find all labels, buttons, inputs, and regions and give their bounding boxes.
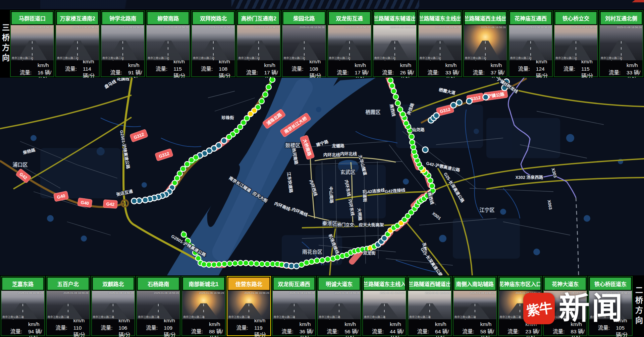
camera-cell[interactable]: 佳营东路北2025-01-06 16:56:26南京江南公路二站车速:69 km… bbox=[227, 276, 271, 336]
camera-label[interactable]: 佳营东路北 bbox=[228, 277, 270, 290]
camera-cell[interactable]: 五百户北2025-01-06 16:56:26南京江南公路二站车速:90 km/… bbox=[46, 276, 90, 336]
camera-cell[interactable]: 玉兰路隧道东主线出口2025-01-06 16:56:26南京江南公路二站车速:… bbox=[418, 10, 462, 77]
camera-label[interactable]: 南部新城北1 bbox=[183, 277, 224, 290]
camera-label[interactable]: 双拜岗路北 bbox=[193, 12, 234, 24]
camera-cell[interactable]: 柴园北路2025-01-06 16:56:26南京江南公路二站车速:91 km/… bbox=[282, 10, 326, 77]
camera-label[interactable]: 万家楼互通南2 bbox=[57, 12, 98, 24]
camera-label[interactable]: 高桥门互通南2 bbox=[238, 12, 279, 24]
camera-stats: 车速:73 km/h流量:88 辆/分钟 bbox=[182, 319, 225, 335]
camera-cell[interactable]: 钟学北路南2025-01-06 16:56:26南京江南公路二站车速:75 km… bbox=[101, 10, 145, 77]
camera-feed-image[interactable]: 2025-01-06 16:56:26南京江南公路二站 bbox=[282, 25, 325, 60]
camera-label[interactable]: 玉兰路隧道西主线出口 bbox=[465, 12, 506, 24]
camera-label[interactable]: 花神大道东 bbox=[544, 277, 586, 290]
camera-feed-image[interactable]: 2025-01-06 16:56:26南京江南公路二站 bbox=[273, 291, 316, 319]
camera-label[interactable]: 玉兰路隧道东辅道出口 bbox=[374, 12, 416, 24]
camera-cell[interactable]: 双麒路北2025-01-06 16:56:26南京江南公路二站车速:86 km/… bbox=[91, 276, 136, 336]
camera-feed-image[interactable]: 2025-01-06 16:56:26南京江南公路二站 bbox=[56, 25, 99, 60]
camera-stats: 车速:75 km/h流量:91 辆/分钟 bbox=[101, 60, 144, 76]
camera-feed-image[interactable]: 2025-01-06 16:56:26南京江南公路二站 bbox=[92, 291, 135, 319]
camera-label[interactable]: 双龙街互通 bbox=[329, 12, 370, 24]
camera-feed-image[interactable]: 2025-01-06 16:56:26南京江南公路二站 bbox=[147, 25, 190, 60]
flow-value: 119 辆/分钟 bbox=[248, 324, 270, 337]
camera-cell[interactable]: 玉兰路隧道西辅道出口2025-01-06 16:56:26南京江南公路二站车速:… bbox=[408, 276, 452, 336]
camera-osd-timestamp: 2025-01-06 16:56:26 bbox=[425, 291, 450, 294]
camera-osd-watermark: 南京江南公路二站 bbox=[238, 56, 260, 60]
camera-cell[interactable]: 双龙街互通西2025-01-06 16:56:26南京江南公路二站车速:99 k… bbox=[272, 276, 316, 336]
camera-label[interactable]: 五百户北 bbox=[47, 277, 89, 290]
flow-value: 83 辆/分钟 bbox=[565, 328, 587, 337]
camera-label[interactable]: 石杨路南 bbox=[138, 277, 179, 290]
camera-cell[interactable]: 马群匝道口2025-01-06 16:56:26南京江南公路二站车速:92 km… bbox=[10, 10, 54, 77]
camera-feed-image[interactable]: 2025-01-06 16:56:26南京江南公路二站 bbox=[1, 291, 44, 319]
flow-value: 44 辆/分钟 bbox=[384, 328, 406, 337]
camera-cell[interactable]: 高桥门互通南22025-01-06 16:56:26南京江南公路二站车速:81 … bbox=[236, 10, 281, 77]
camera-label[interactable]: 花神庙东市区入口 bbox=[499, 277, 541, 290]
camera-feed-image[interactable]: 2025-01-06 16:56:26南京江南公路二站 bbox=[47, 291, 90, 319]
camera-feed-image[interactable]: 2025-01-06 16:56:26南京江南公路二站 bbox=[453, 291, 496, 319]
svg-text:浦口区: 浦口区 bbox=[12, 162, 28, 167]
camera-feed-image[interactable]: 2025-01-06 16:56:26南京江南公路二站 bbox=[600, 25, 643, 60]
camera-feed-image[interactable]: 2025-01-06 16:56:26南京江南公路二站 bbox=[192, 25, 235, 60]
camera-feed-image[interactable]: 2025-01-06 16:56:26南京江南公路二站 bbox=[363, 291, 406, 319]
camera-cell[interactable]: 铁心桥立交2025-01-06 16:56:26南京江南公路二站车速:98 km… bbox=[554, 10, 598, 77]
svg-text:花旗线: 花旗线 bbox=[117, 78, 129, 81]
flow-row: 流量:83 辆/分钟 bbox=[544, 328, 587, 337]
flow-label: 流量: bbox=[1, 328, 22, 337]
camera-feed-image[interactable]: 2025-01-06 16:56:26南京江南公路二站 bbox=[509, 25, 552, 60]
camera-feed-image[interactable]: 2025-01-06 16:56:26南京江南公路二站 bbox=[227, 291, 270, 319]
camera-cell[interactable]: 南侧入南站辅路2025-01-06 16:56:26南京江南公路二站车速:89 … bbox=[453, 276, 497, 336]
traffic-map[interactable]: G312G312G312G312G40G40G42G42 浦珠北路南京长江大桥大… bbox=[0, 78, 644, 275]
camera-feed-image[interactable]: 2025-01-06 16:56:26南京江南公路二站 bbox=[373, 25, 416, 60]
svg-text:柴杨路: 柴杨路 bbox=[22, 147, 36, 155]
camera-feed-image[interactable]: 2025-01-06 16:56:26南京江南公路二站 bbox=[554, 25, 597, 60]
svg-text:燕西线: 燕西线 bbox=[389, 104, 396, 117]
camera-label[interactable]: 玉兰路隧道西辅道出口 bbox=[409, 277, 450, 290]
camera-label[interactable]: 钟学北路南 bbox=[102, 12, 144, 24]
camera-cell[interactable]: 南部新城北12025-01-06 16:56:26南京江南公路二站车速:73 k… bbox=[181, 276, 226, 336]
camera-osd-watermark: 南京江南公路二站 bbox=[364, 315, 385, 319]
camera-cell[interactable]: 玉兰路隧道西主线出口2025-01-06 16:56:26南京江南公路二站车速:… bbox=[463, 10, 507, 77]
camera-feed-image[interactable]: 2025-01-06 16:56:26南京江南公路二站 bbox=[11, 25, 54, 60]
camera-osd-timestamp: 2025-01-06 16:56:26 bbox=[380, 291, 405, 294]
camera-label[interactable]: 明诚大道东 bbox=[318, 277, 360, 290]
camera-feed-image[interactable]: 2025-01-06 16:56:26南京江南公路二站 bbox=[318, 291, 361, 319]
camera-label[interactable]: 柳营南路 bbox=[147, 12, 189, 24]
camera-label[interactable]: 柴园北路 bbox=[283, 12, 325, 24]
camera-cell[interactable]: 刘村互通北侧2025-01-06 16:56:26南京江南公路二站车速:86 k… bbox=[599, 10, 643, 77]
ziniu-news-logo: 紫牛 新闻 bbox=[523, 293, 625, 324]
camera-label[interactable]: 玉兰路隧道东主线出口 bbox=[419, 12, 461, 24]
camera-feed-image[interactable]: 2025-01-06 16:56:26南京江南公路二站 bbox=[408, 291, 451, 319]
camera-cell[interactable]: 花神庙互通西2025-01-06 16:56:26南京江南公路二站车速:85 k… bbox=[508, 10, 553, 77]
camera-osd-watermark: 南京江南公路二站 bbox=[274, 315, 295, 319]
camera-feed-image[interactable]: 2025-01-06 16:56:26南京江南公路二站 bbox=[182, 291, 225, 319]
flow-label: 流量: bbox=[499, 328, 520, 337]
camera-feed-image[interactable]: 2025-01-06 16:56:26南京江南公路二站 bbox=[137, 291, 180, 319]
camera-cell[interactable]: 石杨路南2025-01-06 16:56:26南京江南公路二站车速:89 km/… bbox=[136, 276, 180, 336]
flow-value: 88 辆/分钟 bbox=[203, 328, 225, 337]
camera-feed-image[interactable]: 2025-01-06 16:56:26南京江南公路二站 bbox=[237, 25, 280, 60]
camera-feed-image[interactable]: 2025-01-06 16:56:26南京江南公路二站 bbox=[328, 25, 371, 60]
camera-label[interactable]: 花神庙互通西 bbox=[510, 12, 551, 24]
camera-cell[interactable]: 柳营南路2025-01-06 16:56:26南京江南公路二站车速:82 km/… bbox=[146, 10, 190, 77]
camera-cell[interactable]: 玉兰路隧道东主线入口2025-01-06 16:56:26南京江南公路二站车速:… bbox=[362, 276, 407, 336]
camera-cell[interactable]: 双拜岗路北2025-01-06 16:56:26南京江南公路二站车速:96 km… bbox=[191, 10, 235, 77]
camera-feed-image[interactable]: 2025-01-06 16:56:26南京江南公路二站 bbox=[464, 25, 507, 60]
camera-cell[interactable]: 双龙街互通2025-01-06 16:56:26南京江南公路二站车速:86 km… bbox=[327, 10, 372, 77]
camera-feed-image[interactable]: 2025-01-06 16:56:26南京江南公路二站 bbox=[419, 25, 462, 60]
camera-label[interactable]: 南侧入南站辅路 bbox=[454, 277, 496, 290]
camera-cell[interactable]: 芝嘉东路2025-01-06 16:56:26南京江南公路二站车速:97 km/… bbox=[1, 276, 45, 336]
camera-label[interactable]: 刘村互通北侧 bbox=[600, 12, 642, 24]
camera-label[interactable]: 马群匝道口 bbox=[11, 12, 53, 24]
camera-cell[interactable]: 万家楼互通南22025-01-06 16:56:26南京江南公路二站车速:78 … bbox=[55, 10, 100, 77]
camera-label[interactable]: 玉兰路隧道东主线入口 bbox=[364, 277, 405, 290]
camera-feed-image[interactable]: 2025-01-06 16:56:26南京江南公路二站 bbox=[101, 25, 144, 60]
camera-label[interactable]: 双龙街互通西 bbox=[273, 277, 315, 290]
camera-label[interactable]: 双麒路北 bbox=[93, 277, 134, 290]
camera-label[interactable]: 铁心桥立交 bbox=[555, 12, 597, 24]
camera-label[interactable]: 芝嘉东路 bbox=[2, 277, 44, 290]
camera-cell[interactable]: 明诚大道东2025-01-06 16:56:26南京江南公路二站车速:93 km… bbox=[317, 276, 361, 336]
svg-text:秦淮区: 秦淮区 bbox=[322, 220, 337, 226]
camera-cell[interactable]: 玉兰路隧道东辅道出口2025-01-06 16:56:26南京江南公路二站车速:… bbox=[373, 10, 417, 77]
camera-osd-watermark: 南京江南公路二站 bbox=[57, 56, 78, 60]
camera-label[interactable]: 铁心桥匝道东 bbox=[590, 277, 631, 290]
